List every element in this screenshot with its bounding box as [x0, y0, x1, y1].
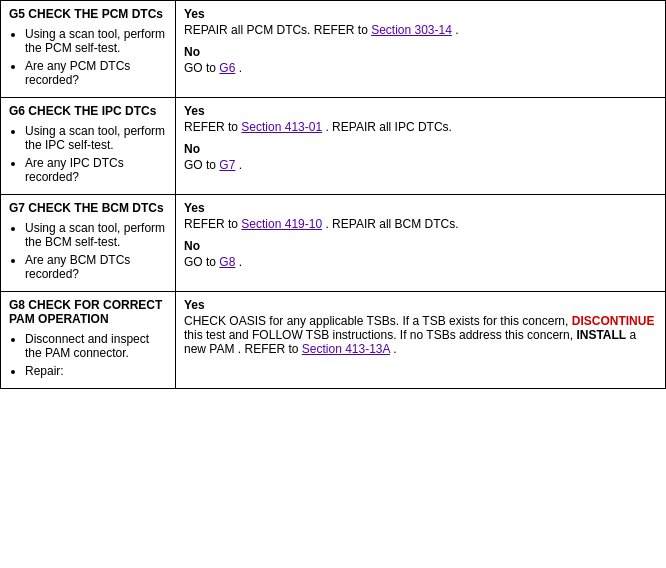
- section-title-g7: G7 CHECK THE BCM DTCs: [9, 201, 167, 215]
- section-link[interactable]: Section 303-14: [371, 23, 452, 37]
- answer-content: REPAIR all PCM DTCs. REFER to Section 30…: [184, 23, 657, 37]
- section-link[interactable]: Section 413-01: [241, 120, 322, 134]
- section-g6: G6 CHECK THE IPC DTCsUsing a scan tool, …: [1, 98, 665, 195]
- answer-label: No: [184, 239, 657, 253]
- answer-block-yes: YesREPAIR all PCM DTCs. REFER to Section…: [184, 7, 657, 37]
- section-title-g6: G6 CHECK THE IPC DTCs: [9, 104, 167, 118]
- answer-label: Yes: [184, 298, 657, 312]
- answer-label: Yes: [184, 201, 657, 215]
- right-col-g6: YesREFER to Section 413-01 . REPAIR all …: [176, 98, 665, 194]
- answer-block-yes: YesREFER to Section 419-10 . REPAIR all …: [184, 201, 657, 231]
- section-g8: G8 CHECK FOR CORRECT PAM OPERATIONDiscon…: [1, 292, 665, 388]
- answer-label: No: [184, 45, 657, 59]
- left-col-g6: G6 CHECK THE IPC DTCsUsing a scan tool, …: [1, 98, 176, 194]
- right-col-g5: YesREPAIR all PCM DTCs. REFER to Section…: [176, 1, 665, 97]
- bullet-list-g7: Using a scan tool, perform the BCM self-…: [9, 221, 167, 281]
- answer-block-no: NoGO to G8 .: [184, 239, 657, 269]
- left-col-g8: G8 CHECK FOR CORRECT PAM OPERATIONDiscon…: [1, 292, 176, 388]
- answer-content: REFER to Section 413-01 . REPAIR all IPC…: [184, 120, 657, 134]
- bullet-list-g6: Using a scan tool, perform the IPC self-…: [9, 124, 167, 184]
- list-item: Are any IPC DTCs recorded?: [25, 156, 167, 184]
- main-table: G5 CHECK THE PCM DTCsUsing a scan tool, …: [0, 0, 666, 389]
- answer-block-no: NoGO to G7 .: [184, 142, 657, 172]
- section-link[interactable]: G8: [219, 255, 235, 269]
- bullet-list-g5: Using a scan tool, perform the PCM self-…: [9, 27, 167, 87]
- answer-block-yes: YesCHECK OASIS for any applicable TSBs. …: [184, 298, 657, 356]
- section-link[interactable]: G7: [219, 158, 235, 172]
- answer-content: GO to G8 .: [184, 255, 657, 269]
- list-item: Repair:: [25, 364, 167, 378]
- section-link[interactable]: Section 419-10: [241, 217, 322, 231]
- highlight-text: DISCONTINUE: [572, 314, 655, 328]
- right-col-g7: YesREFER to Section 419-10 . REPAIR all …: [176, 195, 665, 291]
- answer-content: REFER to Section 419-10 . REPAIR all BCM…: [184, 217, 657, 231]
- answer-content: GO to G7 .: [184, 158, 657, 172]
- bullet-list-g8: Disconnect and inspect the PAM connector…: [9, 332, 167, 378]
- list-item: Using a scan tool, perform the IPC self-…: [25, 124, 167, 152]
- bold-text: INSTALL: [576, 328, 626, 342]
- section-g5: G5 CHECK THE PCM DTCsUsing a scan tool, …: [1, 1, 665, 98]
- section-link[interactable]: G6: [219, 61, 235, 75]
- answer-label: Yes: [184, 104, 657, 118]
- list-item: Using a scan tool, perform the PCM self-…: [25, 27, 167, 55]
- left-col-g5: G5 CHECK THE PCM DTCsUsing a scan tool, …: [1, 1, 176, 97]
- list-item: Using a scan tool, perform the BCM self-…: [25, 221, 167, 249]
- answer-label: Yes: [184, 7, 657, 21]
- section-link[interactable]: Section 413-13A: [302, 342, 390, 356]
- list-item: Are any PCM DTCs recorded?: [25, 59, 167, 87]
- section-title-g8: G8 CHECK FOR CORRECT PAM OPERATION: [9, 298, 167, 326]
- answer-label: No: [184, 142, 657, 156]
- list-item: Are any BCM DTCs recorded?: [25, 253, 167, 281]
- answer-content: GO to G6 .: [184, 61, 657, 75]
- left-col-g7: G7 CHECK THE BCM DTCsUsing a scan tool, …: [1, 195, 176, 291]
- answer-content: CHECK OASIS for any applicable TSBs. If …: [184, 314, 657, 356]
- answer-block-no: NoGO to G6 .: [184, 45, 657, 75]
- section-g7: G7 CHECK THE BCM DTCsUsing a scan tool, …: [1, 195, 665, 292]
- section-title-g5: G5 CHECK THE PCM DTCs: [9, 7, 167, 21]
- list-item: Disconnect and inspect the PAM connector…: [25, 332, 167, 360]
- answer-block-yes: YesREFER to Section 413-01 . REPAIR all …: [184, 104, 657, 134]
- right-col-g8: YesCHECK OASIS for any applicable TSBs. …: [176, 292, 665, 388]
